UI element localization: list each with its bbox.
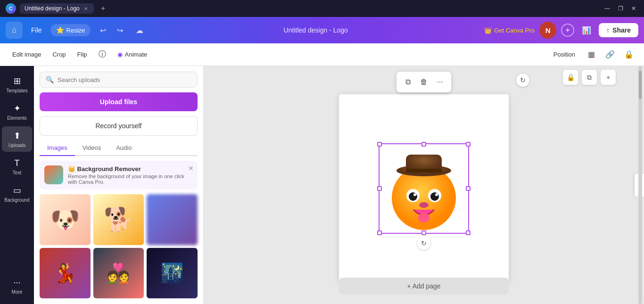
edit-image-button[interactable]: Edit image [8,48,46,61]
rotate-handle-top[interactable]: ↻ [516,74,529,87]
sidebar-item-templates[interactable]: ⊞ Templates [2,72,32,97]
media-tabs: Images Videos Audio [40,140,198,156]
handle-top-left[interactable] [377,142,382,147]
edit-image-label: Edit image [12,51,41,58]
bg-remover-title: 👑 Background Remover [68,165,193,173]
avatar[interactable]: N [539,22,556,39]
page-controls: 🔒 ⧉ + [563,70,616,85]
record-yourself-button[interactable]: Record yourself [40,116,198,136]
window-controls: — ❐ ✕ [603,4,638,13]
duplicate-page-button[interactable]: ⧉ [582,70,597,85]
sidebar-item-background[interactable]: ▭ Background [2,181,32,206]
add-account-button[interactable]: + [561,24,574,37]
upload-panel: 🔍 Upload files Record yourself Images Vi… [34,66,204,304]
save-cloud-button[interactable]: ☁ [132,23,147,38]
tab-images[interactable]: Images [40,140,75,156]
add-page-top-button[interactable]: + [601,70,616,85]
resize-icon: ⭐ [56,26,64,34]
tab-videos[interactable]: Videos [75,140,109,156]
file-menu-button[interactable]: File [27,24,46,37]
sidebar-item-elements[interactable]: ✦ Elements [2,99,32,124]
crown-icon: 👑 [484,27,492,34]
info-button[interactable]: ⓘ [94,47,111,62]
redo-button[interactable]: ↪ [112,23,127,38]
new-tab-button[interactable]: + [98,3,109,14]
search-input[interactable] [58,76,191,83]
share-icon: ↑ [606,26,610,34]
lock-page-button[interactable]: 🔒 [563,70,578,85]
animate-label: Animate [125,51,148,58]
canvas-page: ⧉ 🗑 ··· [339,94,509,283]
animate-button[interactable]: ◉ Animate [113,48,152,61]
handle-bottom-left[interactable] [377,230,382,235]
animate-icon: ◉ [117,51,123,58]
handle-middle-right[interactable] [466,186,471,191]
rotate-handle-bottom[interactable]: ↻ [417,237,430,250]
grid-button[interactable]: ▦ [584,47,599,62]
app-logo: C [6,3,16,14]
flip-button[interactable]: Flip [73,48,92,61]
handle-top-center[interactable] [421,142,426,147]
close-banner-button[interactable]: ✕ [188,164,194,172]
list-item[interactable]: 💃 [40,248,91,299]
svg-point-7 [413,193,416,196]
more-options-button[interactable]: ··· [432,74,447,90]
link-button[interactable]: 🔗 [603,47,618,62]
more-label: More [12,289,23,295]
list-item[interactable] [147,194,198,245]
handle-bottom-center[interactable] [421,230,426,235]
analytics-button[interactable]: 📊 [579,23,594,38]
handle-top-right[interactable] [466,142,471,147]
more-icon: ··· [11,277,23,288]
maximize-button[interactable]: ❐ [616,4,625,13]
canvas-area[interactable]: 🔒 ⧉ + ⧉ 🗑 ··· [204,66,644,304]
right-toolbar-tools: Position ▦ 🔗 🔒 [549,47,636,62]
crop-button[interactable]: Crop [48,48,70,61]
crop-label: Crop [52,51,66,58]
uploads-label: Uploads [8,143,26,148]
minimize-button[interactable]: — [603,4,612,13]
active-tab[interactable]: Untitled design - Logo ✕ [20,3,94,14]
sidebar-item-text[interactable]: T Text [2,154,32,179]
svg-point-6 [430,192,439,201]
list-item[interactable]: 🐶 [40,194,91,245]
copy-element-button[interactable]: ⧉ [400,74,415,90]
element-toolbar: ⧉ 🗑 ··· [396,72,451,92]
tab-title: Untitled design - Logo [25,5,80,12]
get-pro-label: Get Canva Pro [494,27,535,34]
handle-bottom-right[interactable] [466,230,471,235]
templates-icon: ⊞ [11,75,23,87]
position-button[interactable]: Position [549,48,580,61]
document-title: Untitled design - Logo [152,26,479,34]
get-pro-button[interactable]: 👑 Get Canva Pro [484,27,535,34]
undo-button[interactable]: ↩ [95,23,110,38]
lock-button[interactable]: 🔒 [621,47,636,62]
home-button[interactable]: ⌂ [6,22,23,39]
add-page-button[interactable]: + Add page [339,278,509,295]
close-window-button[interactable]: ✕ [629,4,638,13]
search-box[interactable]: 🔍 [40,72,198,88]
delete-element-button[interactable]: 🗑 [416,74,431,90]
canvas-element-image [381,146,466,231]
titlebar: C Untitled design - Logo ✕ + — ❐ ✕ [0,0,644,17]
list-item[interactable]: 🐕 [93,194,144,245]
vertical-scrollbar[interactable] [638,66,642,304]
tab-audio[interactable]: Audio [108,140,139,156]
info-icon: ⓘ [99,49,106,59]
text-icon: T [11,157,23,169]
sidebar-item-more[interactable]: ··· More [2,273,32,298]
selected-element[interactable]: ↻ [379,143,469,234]
sidebar-item-uploads[interactable]: ⬆ Uploads [2,126,32,152]
handle-middle-left[interactable] [377,186,382,191]
list-item[interactable]: 💑 [93,248,144,299]
resize-button[interactable]: ⭐ Resize [50,24,91,36]
close-tab-button[interactable]: ✕ [83,5,89,12]
position-label: Position [553,51,575,58]
list-item[interactable]: 🌃 [147,248,198,299]
header: ⌂ File ⭐ Resize ↩ ↪ ☁ Untitled design - … [0,17,644,43]
upload-files-button[interactable]: Upload files [40,92,198,111]
elements-icon: ✦ [11,103,23,114]
share-button[interactable]: ↑ Share [599,23,638,37]
text-label: Text [13,170,21,175]
image-grid: 🐶 🐕 💃 💑 🌃 [40,194,198,298]
